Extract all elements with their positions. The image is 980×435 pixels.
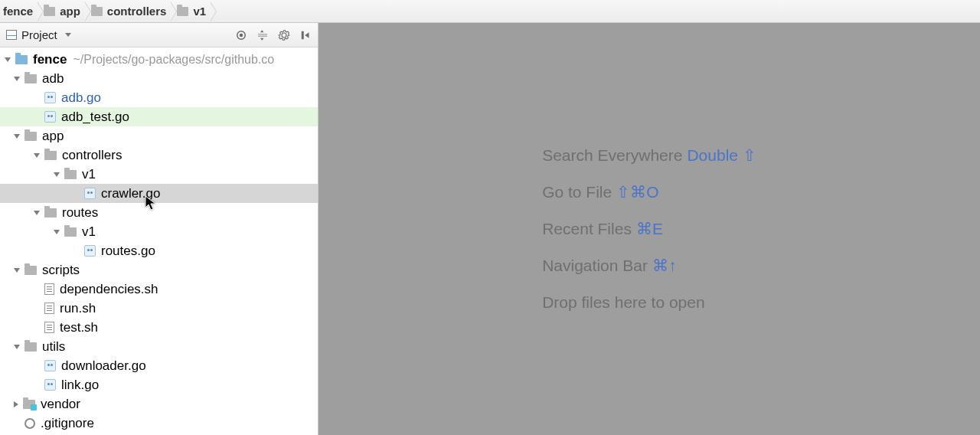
tree-label: routes.go [101, 244, 155, 259]
tree-label: run.sh [60, 301, 96, 316]
folder-icon [177, 7, 188, 16]
tree-label: scripts [42, 263, 80, 278]
tree-label: controllers [62, 148, 122, 163]
breadcrumb: fence app controllers v1 [0, 0, 980, 23]
tree-label: downloader.go [61, 358, 146, 374]
expand-icon[interactable] [14, 134, 20, 139]
expand-icon[interactable] [54, 230, 60, 234]
tree-item-routes-go[interactable]: routes.go [0, 241, 318, 260]
shortcut: ⌘↑ [652, 257, 677, 274]
tree-label: link.go [61, 378, 99, 393]
expand-icon[interactable] [14, 268, 20, 273]
tree-item-adb_test-go[interactable]: adb_test.go [0, 107, 318, 126]
tree-label: test.sh [60, 320, 98, 335]
project-sidebar: Project fence ~/Projects/g [0, 23, 318, 435]
hint-drop-files: Drop files here to open [542, 293, 704, 311]
go-file-icon [44, 360, 56, 371]
tree-item-run-sh[interactable]: run.sh [0, 299, 318, 318]
folder-icon [64, 227, 77, 237]
tree-label: vendor [41, 397, 80, 412]
folder-icon [24, 74, 37, 83]
sidebar-title[interactable]: Project [21, 28, 57, 41]
tree-item-link-go[interactable]: link.go [0, 375, 318, 394]
folder-icon [44, 151, 57, 160]
tree-label: adb.go [61, 90, 101, 106]
project-tree[interactable]: fence ~/Projects/go-packages/src/github.… [0, 47, 318, 435]
dropdown-icon[interactable] [65, 33, 71, 37]
tree-label: adb [42, 71, 64, 87]
go-file-icon [44, 379, 56, 391]
expand-icon[interactable] [14, 401, 18, 407]
expand-icon[interactable] [54, 172, 60, 177]
tree-label: routes [62, 205, 98, 221]
breadcrumb-item[interactable]: app [39, 0, 85, 22]
go-file-icon [84, 188, 96, 199]
editor-area[interactable]: Search EverywhereDouble ⇧ Go to File⇧⌘O … [318, 23, 980, 435]
breadcrumb-item[interactable]: v1 [172, 0, 211, 22]
breadcrumb-item[interactable]: controllers [87, 0, 172, 22]
go-file-icon [44, 92, 56, 103]
folder-icon [24, 342, 37, 352]
go-file-icon [84, 245, 96, 257]
tree-label: adb_test.go [61, 110, 129, 125]
tree-item-adb-go[interactable]: adb.go [0, 88, 318, 107]
breadcrumb-item-root[interactable]: fence [3, 0, 38, 22]
breadcrumb-label: controllers [107, 5, 167, 18]
project-view-icon [6, 30, 17, 40]
sidebar-header: Project [0, 23, 318, 47]
expand-icon[interactable] [34, 211, 40, 215]
tree-label: crawler.go [101, 186, 160, 201]
folder-icon [24, 132, 37, 141]
tree-item-controllers[interactable]: controllers [0, 146, 318, 165]
collapse-icon[interactable] [255, 28, 270, 43]
breadcrumb-separator [38, 2, 44, 21]
hint-search-everywhere: Search Everywhere [542, 146, 682, 164]
project-folder-icon [15, 55, 28, 64]
expand-icon[interactable] [14, 345, 20, 349]
hint-recent-files: Recent Files [542, 220, 632, 237]
tree-item--gitignore[interactable]: .gitignore [0, 414, 318, 433]
gitignore-icon [24, 418, 35, 429]
folder-icon [91, 7, 103, 16]
tree-label: app [42, 129, 64, 144]
tree-item-routes[interactable]: routes [0, 203, 318, 222]
script-file-icon [44, 303, 54, 314]
tree-item-vendor[interactable]: vendor [0, 394, 318, 414]
breadcrumb-label: app [60, 5, 80, 18]
project-path: ~/Projects/go-packages/src/github.co [73, 53, 274, 67]
shortcut: ⌘E [636, 220, 663, 237]
folder-icon [64, 170, 77, 179]
breadcrumb-separator [171, 2, 177, 21]
folder-icon [24, 266, 37, 275]
tree-item-test-sh[interactable]: test.sh [0, 318, 318, 337]
tree-item-v1[interactable]: v1 [0, 165, 318, 184]
welcome-hints: Search EverywhereDouble ⇧ Go to File⇧⌘O … [542, 137, 756, 321]
tree-item-downloader-go[interactable]: downloader.go [0, 356, 318, 375]
tree-item-utils[interactable]: utils [0, 337, 318, 356]
tree-item-dependencies-sh[interactable]: dependencies.sh [0, 280, 318, 299]
tree-item-v1[interactable]: v1 [0, 222, 318, 241]
breadcrumb-separator [211, 2, 217, 21]
tree-label: v1 [82, 224, 96, 240]
tree-item-app[interactable]: app [0, 126, 318, 146]
hint-go-to-file: Go to File [542, 183, 612, 201]
gear-icon[interactable] [276, 28, 292, 43]
expand-icon[interactable] [34, 153, 40, 158]
svg-point-1 [240, 34, 243, 36]
script-file-icon [44, 322, 54, 333]
shortcut: Double ⇧ [687, 146, 756, 164]
breadcrumb-label: v1 [193, 5, 206, 18]
tree-item-scripts[interactable]: scripts [0, 260, 318, 280]
locate-icon[interactable] [234, 28, 249, 43]
script-file-icon [44, 283, 54, 295]
hint-navigation-bar: Navigation Bar [542, 257, 648, 274]
expand-icon[interactable] [14, 77, 20, 81]
tree-item-adb[interactable]: adb [0, 69, 318, 88]
folder-icon [44, 7, 55, 16]
tree-root[interactable]: fence ~/Projects/go-packages/src/github.… [0, 50, 318, 69]
tree-item-crawler-go[interactable]: crawler.go [0, 184, 318, 203]
breadcrumb-separator [85, 2, 91, 21]
hide-icon[interactable] [298, 28, 313, 43]
tree-label: fence [33, 52, 67, 67]
expand-icon[interactable] [5, 57, 11, 62]
